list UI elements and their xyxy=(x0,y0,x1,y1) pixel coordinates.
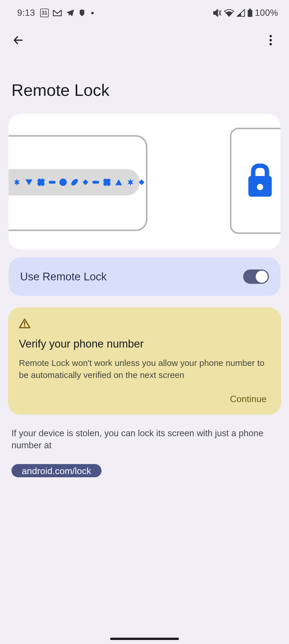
switch-thumb xyxy=(256,271,268,283)
svg-point-6 xyxy=(59,179,67,186)
locked-phone-illustration xyxy=(230,128,280,234)
svg-point-2 xyxy=(270,35,272,37)
svg-point-7 xyxy=(71,178,79,186)
page-title: Remote Lock xyxy=(0,52,289,114)
lock-icon xyxy=(246,164,274,198)
lock-url-chip[interactable]: android.com/lock xyxy=(11,464,101,477)
info-text: If your device is stolen, you can lock i… xyxy=(11,427,278,451)
app-icon xyxy=(79,9,85,17)
more-options-button[interactable] xyxy=(263,32,279,48)
back-button[interactable] xyxy=(10,32,26,48)
warning-body: Remote Lock won't work unless you allow … xyxy=(19,357,270,381)
continue-button[interactable]: Continue xyxy=(230,394,267,404)
use-remote-lock-toggle-row[interactable]: Use Remote Lock xyxy=(9,257,280,296)
hero-illustration xyxy=(9,114,280,249)
pin-bar-illustration xyxy=(9,169,140,195)
warning-icon xyxy=(19,318,270,330)
remote-lock-switch[interactable] xyxy=(243,269,269,284)
status-bar: 9:13 31 100% xyxy=(0,0,289,20)
calendar-icon: 31 xyxy=(40,9,49,17)
warning-title: Verify your phone number xyxy=(19,338,270,350)
notification-dot-icon xyxy=(91,12,94,14)
svg-point-4 xyxy=(270,43,272,45)
signal-icon xyxy=(237,9,245,17)
status-time: 9:13 xyxy=(17,8,35,18)
svg-rect-1 xyxy=(249,9,251,10)
wifi-icon xyxy=(224,9,234,17)
svg-rect-0 xyxy=(248,10,252,17)
arrow-left-icon xyxy=(13,34,24,46)
svg-rect-5 xyxy=(49,181,56,184)
more-vert-icon xyxy=(269,35,272,46)
svg-point-3 xyxy=(270,39,272,41)
lock-url-label: android.com/lock xyxy=(22,466,91,476)
svg-point-10 xyxy=(257,184,263,190)
battery-percent: 100% xyxy=(255,8,278,18)
svg-point-12 xyxy=(24,326,25,327)
app-bar xyxy=(0,20,289,52)
toggle-label: Use Remote Lock xyxy=(20,271,107,283)
svg-rect-8 xyxy=(92,181,99,184)
battery-icon xyxy=(247,9,253,17)
verify-phone-warning-card: Verify your phone number Remote Lock won… xyxy=(8,307,281,415)
nav-handle[interactable] xyxy=(110,638,179,640)
mute-icon xyxy=(212,9,222,17)
telegram-icon xyxy=(66,9,75,17)
gmail-icon xyxy=(53,9,62,16)
